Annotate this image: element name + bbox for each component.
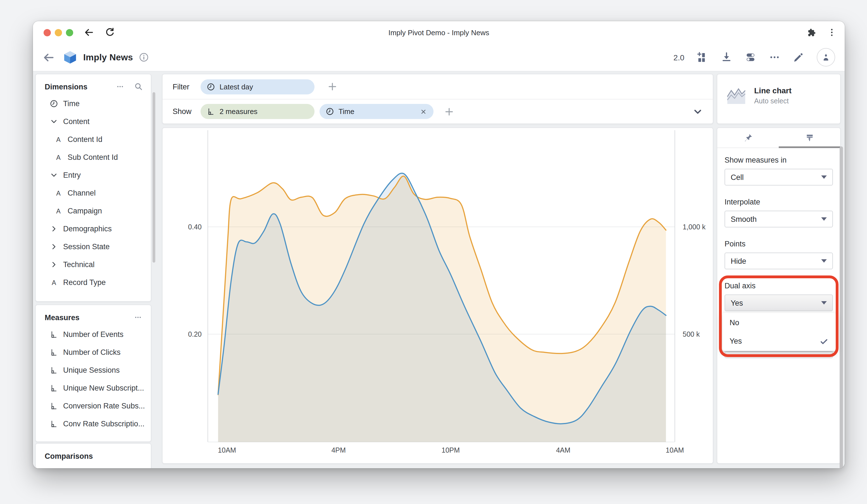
pill-latest-day[interactable]: Latest day [201,79,314,94]
svg-text:0.40: 0.40 [188,223,202,231]
caret-down-icon [821,259,827,262]
sidebar-item-content-id[interactable]: AContent Id [36,130,151,148]
control-label: Dual axis [725,282,833,290]
sidebar-item-conversion-rate-subs[interactable]: Conversion Rate Subs... [36,397,151,415]
sidebar-item-technical[interactable]: Technical [36,255,151,273]
tab-pinned[interactable] [717,128,779,148]
add-dashboard-icon[interactable] [697,51,708,63]
browser-refresh-icon[interactable] [105,27,116,38]
filter-row: Filter Latest day [162,74,713,99]
line-chart: 0.400.201,000 k500 k10AM4PM10PM4AM10AM [162,128,713,463]
search-icon[interactable] [134,82,143,91]
sidebar-item-demographics[interactable]: Demographics [36,219,151,237]
expand-show-chevron-icon[interactable] [693,106,703,117]
control-points: PointsHide [725,240,833,269]
browser-chrome: Imply Pivot Demo - Imply News [33,21,845,44]
sidebar-item-number-of-clicks[interactable]: Number of Clicks [36,343,151,361]
page: Imply Pivot Demo - Imply News Imply News [0,0,867,504]
sidebar-item-record-type[interactable]: ARecord Type [36,273,151,291]
sidebar-item-time[interactable]: Time [36,94,151,112]
dimensions-panel: Dimensions TimeContentAContent IdASub Co… [35,74,151,302]
pill-time[interactable]: Time [320,104,434,119]
content-area: Dimensions TimeContentAContent IdASub Co… [33,72,845,468]
letter-icon: A [54,206,63,215]
sidebar-item-session-state[interactable]: Session State [36,237,151,255]
sidebar-item-sub-content-id[interactable]: ASub Content Id [36,148,151,166]
page-title: Imply News [83,52,133,62]
sidebar-item-label: Content [63,117,90,126]
select-dual-axis[interactable]: Yes [725,294,833,311]
more-options-icon[interactable] [769,51,780,63]
sidebar-item-label: Record Type [63,278,106,286]
sidebar-item-label: Unique Sessions [63,366,120,374]
sidebar-scrollbar[interactable] [152,92,155,262]
pill-label: Time [339,107,419,116]
pill-2-measures[interactable]: 2 measures [201,104,314,119]
letter-icon: A [54,135,63,143]
sidebar-item-channel[interactable]: AChannel [36,184,151,202]
extensions-puzzle-icon[interactable] [807,28,817,37]
dual-axis-dropdown-menu: NoYes [722,313,836,351]
person-icon [821,52,831,63]
control-label: Points [725,240,833,248]
chevron-right-icon [50,260,58,268]
fullscreen-window-button[interactable] [66,29,73,36]
sidebar-item-label: Channel [67,189,96,197]
close-window-button[interactable] [44,29,51,36]
remove-pill-icon[interactable] [419,108,427,115]
tab-format[interactable] [779,128,840,148]
control-label: Interpolate [725,198,833,206]
pill-label: Latest day [220,83,308,91]
sidebar-item-content[interactable]: Content [36,112,151,130]
svg-text:A: A [56,154,61,161]
sidebar-item-conv-rate-subscriptio[interactable]: Conv Rate Subscriptio... [36,415,151,432]
control-show-measures-in: Show measures inCell [725,156,833,185]
sidebar-item-label: Number of Clicks [63,348,121,356]
edit-pencil-icon[interactable] [793,51,804,63]
info-icon[interactable] [139,52,149,63]
chart-type-subtitle: Auto select [754,97,792,105]
select-interpolate[interactable]: Smooth [725,211,833,227]
measure-icon [207,107,215,116]
browser-window: Imply Pivot Demo - Imply News Imply News [33,21,845,468]
sidebar-item-label: Unique New Subscript... [63,384,144,392]
sidebar-item-campaign[interactable]: ACampaign [36,202,151,219]
chart-options-panel: Show measures inCellInterpolateSmoothPoi… [717,127,841,464]
add-filter-icon[interactable] [327,82,338,92]
sidebar-item-unique-new-subscript[interactable]: Unique New Subscript... [36,379,151,397]
menu-option-no[interactable]: No [722,313,836,332]
svg-text:10PM: 10PM [442,446,460,454]
pin-icon [743,133,753,142]
select-show-measures-in[interactable]: Cell [725,169,833,185]
menu-option-yes[interactable]: Yes [722,332,836,350]
page-scrollbar[interactable] [839,147,843,468]
sidebar-item-entry[interactable]: Entry [36,166,151,184]
sidebar-item-number-of-events[interactable]: Number of Events [36,325,151,343]
measures-panel: Measures Number of EventsNumber of Click… [35,304,151,442]
sidebar-item-label: Session State [63,242,110,250]
comparisons-panel: Comparisons [35,443,151,468]
select-points[interactable]: Hide [725,253,833,269]
svg-text:A: A [56,207,61,215]
sidebar-item-label: Technical [63,260,95,268]
measure-icon [50,366,58,374]
add-show-icon[interactable] [444,106,454,117]
chevron-right-icon [50,224,58,233]
letter-icon: A [54,189,63,197]
measures-more-icon[interactable] [134,313,143,322]
chevron-right-icon [50,242,58,250]
user-avatar[interactable] [817,48,835,66]
download-icon[interactable] [721,51,732,63]
window-controls [41,29,73,36]
settings-toggles-icon[interactable] [745,51,757,63]
chart-type-card[interactable]: Line chart Auto select [717,74,841,124]
svg-text:4AM: 4AM [556,446,570,454]
sidebar-item-unique-sessions[interactable]: Unique Sessions [36,361,151,379]
app-back-icon[interactable] [42,51,55,63]
minimize-window-button[interactable] [55,29,62,36]
dimensions-more-icon[interactable] [116,82,125,91]
control-dual-axis: Dual axisYesNoYes [725,282,833,311]
svg-text:500 k: 500 k [683,330,700,338]
browser-menu-kebab-icon[interactable] [827,28,837,37]
browser-back-icon[interactable] [83,27,94,38]
